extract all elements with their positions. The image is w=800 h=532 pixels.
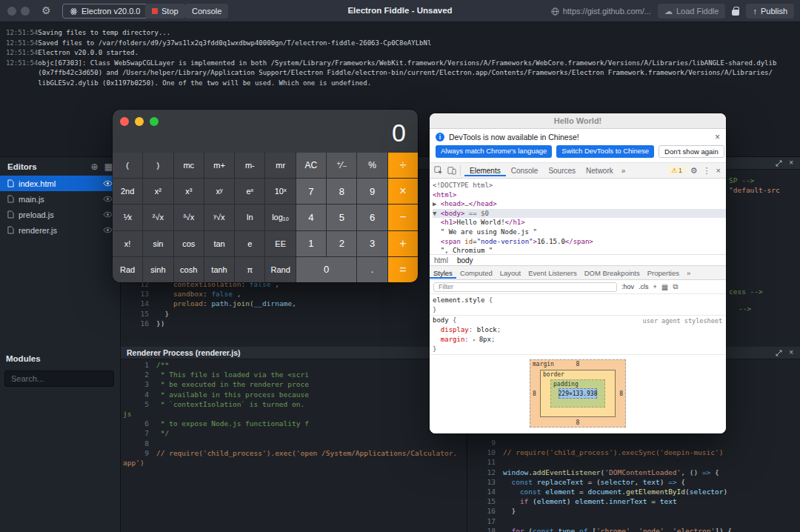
- calc-key-cos[interactable]: cos: [174, 231, 204, 256]
- device-toolbar-icon[interactable]: [447, 166, 456, 175]
- devtools-tab-elements[interactable]: Elements: [464, 164, 506, 176]
- class-toggle[interactable]: .cls: [639, 283, 649, 290]
- calc-key-Rad[interactable]: Rad: [113, 257, 142, 282]
- styles-tab-event-listeners[interactable]: Event Listeners: [524, 267, 580, 279]
- hover-state-toggle[interactable]: :hov: [621, 283, 634, 290]
- calc-key-8[interactable]: 8: [327, 179, 356, 204]
- add-editor-icon[interactable]: ⊕: [91, 162, 99, 172]
- calc-key-mr[interactable]: mr: [265, 153, 295, 178]
- infobar-close-icon[interactable]: ×: [715, 133, 720, 142]
- styles-tab-styles[interactable]: Styles: [430, 267, 456, 279]
- calc-key-x²[interactable]: x²: [143, 179, 173, 204]
- dom-node[interactable]: " We are using Node.js ": [433, 227, 726, 237]
- calc-key-AC[interactable]: AC: [296, 153, 326, 178]
- visibility-eye-icon[interactable]: [103, 227, 113, 233]
- calc-key-6[interactable]: 6: [357, 205, 387, 230]
- calc-key-×[interactable]: ×: [388, 179, 418, 204]
- calc-key-10ˣ[interactable]: 10ˣ: [265, 179, 295, 204]
- calc-key-m-[interactable]: m-: [235, 153, 264, 178]
- calc-key-e[interactable]: e: [235, 231, 264, 256]
- sidebar-file-main.js[interactable]: main.js: [0, 191, 120, 207]
- calc-key-xʸ[interactable]: xʸ: [204, 179, 234, 204]
- styles-tab-properties[interactable]: Properties: [644, 267, 683, 279]
- infobar-button[interactable]: Don't show again: [659, 145, 724, 158]
- dom-node[interactable]: ", Chromium ": [433, 246, 726, 254]
- computed-grid-icon[interactable]: ▦: [661, 283, 668, 291]
- sidebar-file-preload.js[interactable]: preload.js: [0, 207, 120, 222]
- calc-key-2nd[interactable]: 2nd: [113, 179, 142, 204]
- styles-tab-layout[interactable]: Layout: [496, 267, 525, 279]
- calc-key-2[interactable]: 2: [327, 231, 356, 256]
- calc-key-−[interactable]: −: [388, 205, 418, 230]
- calc-key-=[interactable]: =: [388, 257, 418, 282]
- close-panel-icon[interactable]: ×: [789, 349, 793, 356]
- sidebar-file-index.html[interactable]: index.html: [0, 176, 120, 191]
- gist-url-link[interactable]: https://gist.github.com/...: [551, 7, 651, 16]
- load-fiddle-button[interactable]: ☁ Load Fiddle: [658, 4, 726, 19]
- styles-tab-computed[interactable]: Computed: [456, 267, 496, 279]
- calc-key-⅟x[interactable]: ⅟x: [113, 205, 142, 230]
- devtools-settings-gear-icon[interactable]: ⚙: [690, 166, 698, 176]
- box-model-border[interactable]: border padding 229×133.938: [540, 370, 616, 417]
- calc-key-sin[interactable]: sin: [143, 231, 173, 256]
- visibility-eye-icon[interactable]: [103, 196, 113, 202]
- calc-key-)[interactable]: ): [143, 153, 173, 178]
- sidebar-file-renderer.js[interactable]: renderer.js: [0, 222, 120, 238]
- calc-key-.[interactable]: .: [357, 257, 387, 282]
- visibility-eye-icon[interactable]: [103, 211, 113, 218]
- publish-button[interactable]: ↑ Publish: [746, 4, 794, 19]
- calc-key-eˣ[interactable]: eˣ: [235, 179, 264, 204]
- box-model-margin[interactable]: margin 8 8 8 8 border padding 229×133.93…: [530, 359, 626, 428]
- calc-key-tan[interactable]: tan: [204, 231, 234, 256]
- calc-key-log₁₀[interactable]: log₁₀: [265, 205, 295, 230]
- inspect-element-icon[interactable]: [434, 166, 443, 175]
- calc-key-²√x[interactable]: ²√x: [143, 205, 173, 230]
- calc-key-([interactable]: (: [113, 153, 142, 178]
- calc-key-m+[interactable]: m+: [204, 153, 234, 178]
- calc-key-7[interactable]: 7: [296, 179, 326, 204]
- calc-key-mc[interactable]: mc: [174, 153, 204, 178]
- calc-key-Rand[interactable]: Rand: [265, 257, 295, 282]
- calc-key-cosh[interactable]: cosh: [174, 257, 204, 282]
- calc-key-4[interactable]: 4: [296, 205, 326, 230]
- expand-panel-icon[interactable]: [776, 160, 782, 167]
- calc-key-sinh[interactable]: sinh: [143, 257, 173, 282]
- calc-key-1[interactable]: 1: [296, 231, 326, 256]
- main-code[interactable]: 12 contextIsolation: false ,13 sandbox: …: [121, 279, 467, 328]
- devtools-tab-network[interactable]: Network: [581, 164, 619, 176]
- calc-key-+[interactable]: +: [388, 231, 418, 256]
- new-style-rule-button[interactable]: +: [653, 283, 657, 290]
- dom-node[interactable]: <!DOCTYPE html>: [433, 181, 726, 190]
- calc-key-π[interactable]: π: [235, 257, 264, 282]
- infobar-button[interactable]: Switch DevTools to Chinese: [556, 145, 654, 158]
- dom-node[interactable]: <html>: [433, 190, 726, 200]
- calc-key-ʸ√x[interactable]: ʸ√x: [204, 205, 234, 230]
- calc-key-3[interactable]: 3: [357, 231, 387, 256]
- calc-key-⁺⁄₋[interactable]: ⁺⁄₋: [327, 153, 356, 178]
- close-panel-icon[interactable]: ×: [789, 159, 793, 167]
- calc-key-9[interactable]: 9: [357, 179, 387, 204]
- box-model-padding[interactable]: padding 229×133.938: [550, 379, 605, 408]
- warning-badge[interactable]: ⚠ 1: [668, 167, 685, 174]
- more-tabs-chevron[interactable]: »: [619, 167, 629, 175]
- infobar-button[interactable]: Always match Chrome's language: [436, 145, 552, 158]
- dom-node[interactable]: <h1>Hello World!</h1>: [433, 218, 726, 227]
- styles-filter-input[interactable]: [433, 282, 617, 292]
- devtools-tab-sources[interactable]: Sources: [543, 164, 581, 176]
- devtools-close-icon[interactable]: ×: [716, 166, 721, 175]
- calc-key-³√x[interactable]: ³√x: [174, 205, 204, 230]
- calc-key-x³[interactable]: x³: [174, 179, 204, 204]
- layout-pane-icon[interactable]: ⧉: [673, 282, 678, 291]
- dom-node[interactable]: ▶ <head>…</head>: [433, 199, 726, 209]
- box-model-content[interactable]: 229×133.938: [559, 388, 597, 399]
- preload-code[interactable]: 910// require('child_process').execSync(…: [467, 438, 800, 532]
- hello-window-titlebar[interactable]: Hello World!: [430, 113, 726, 129]
- layout-grid-icon[interactable]: ▦: [104, 162, 113, 172]
- calc-key-x![interactable]: x!: [113, 231, 142, 256]
- styles-more-tabs-chevron[interactable]: »: [683, 267, 694, 279]
- renderer-code[interactable]: 1/**2 * This file is loaded via the <scr…: [121, 360, 467, 468]
- dom-node[interactable]: <span id="node-version">16.15.0</span>: [433, 237, 726, 247]
- dom-node[interactable]: ▼ <body> == $0: [433, 209, 726, 219]
- styles-tab-dom-breakpoints[interactable]: DOM Breakpoints: [581, 267, 644, 279]
- lock-icon[interactable]: [732, 10, 739, 16]
